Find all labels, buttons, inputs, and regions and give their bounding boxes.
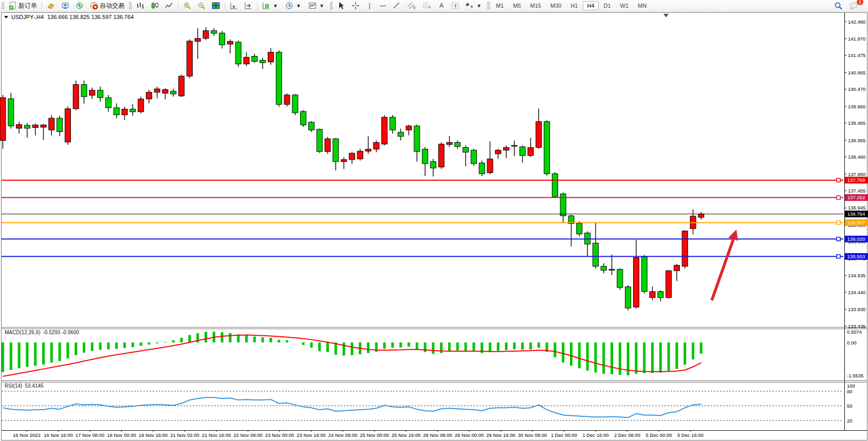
cursor-button[interactable] [335,1,348,11]
hline-handle[interactable] [837,255,840,258]
timeframe-h1-button[interactable]: H1 [566,1,582,10]
fibonacci-button[interactable]: F [420,1,434,11]
separator [178,2,178,10]
hline-handle[interactable] [837,237,840,241]
time-label[interactable]: 24 Nov 08:00 [328,432,358,438]
candlestick-chart-icon [151,2,159,10]
timeframe-h4-button[interactable]: H4 [583,1,598,10]
time-label[interactable]: 30 Nov 08:00 [518,432,547,438]
time-label[interactable]: 25 Nov 16:00 [392,432,421,438]
zoom-out-icon [197,2,206,10]
candle-body [252,56,257,62]
toolbar-grip[interactable] [129,2,132,10]
periods-clock-icon [285,2,293,10]
candle-body [593,243,598,266]
rsi-axis-label: 50 [847,403,853,409]
trendline-button[interactable] [390,1,403,11]
auto-trading-button[interactable]: 自动交易 [87,1,127,11]
time-label[interactable]: 16 Nov 2022 [13,432,41,438]
zoom-out-button[interactable] [195,1,208,11]
chart-shift-button[interactable] [242,1,255,11]
hline-handle[interactable] [837,221,840,224]
candle-body [292,95,298,113]
time-label[interactable]: 25 Nov 00:00 [360,432,389,438]
indicators-button[interactable]: ▾ [260,1,282,11]
timeframe-m5-button[interactable]: M5 [509,1,525,10]
periods-button[interactable]: ▾ [283,1,305,11]
candle-body [471,150,476,163]
time-label[interactable]: 5 Dec 16:00 [677,432,704,438]
new-order-icon [9,2,17,10]
timeframe-d1-button[interactable]: D1 [600,1,615,10]
timeframe-m30-button[interactable]: M30 [546,1,565,10]
candle-body [357,151,363,159]
candle-body [633,258,639,307]
time-label[interactable]: 29 Nov 16:00 [486,432,515,438]
text-label-button[interactable]: T [449,1,462,11]
time-label[interactable]: 21 Nov 16:00 [202,432,231,438]
vertical-line-button[interactable]: | [363,1,376,11]
toolbar-grip[interactable] [2,2,4,10]
text-label-icon: T [451,2,459,10]
candle-body [98,90,103,98]
separator [257,2,257,10]
signals-button[interactable] [73,1,86,11]
toolbar-grip[interactable] [487,2,490,10]
time-label[interactable]: 29 Nov 00:00 [455,432,484,438]
candle-body [73,85,79,109]
new-order-button[interactable]: 新订单 [6,1,40,11]
search-button[interactable] [832,1,845,11]
time-label[interactable]: 23 Nov 00:00 [265,432,294,438]
time-label[interactable]: 23 Nov 16:00 [297,432,326,438]
hline-handle[interactable] [837,196,840,199]
price-tick-label: 141.475 [848,52,865,58]
auto-scroll-button[interactable] [227,1,241,11]
crosshair-button[interactable] [349,1,362,11]
auto-trading-icon [90,2,98,10]
hline-handle[interactable] [837,178,840,182]
time-label[interactable]: 17 Nov 08:00 [76,432,105,438]
candle-body [617,270,623,287]
candle-body [16,125,22,128]
time-label[interactable]: 2 Dec 08:00 [614,432,640,438]
toolbar-grip[interactable] [330,2,333,10]
bar-chart-button[interactable] [134,1,147,11]
candle-body [187,41,192,76]
candle-body [81,85,87,97]
time-label[interactable]: 28 Nov 08:00 [423,432,452,438]
time-label[interactable]: 1 Dec 16:00 [582,432,608,438]
notifications-button[interactable]: 1 [846,1,861,11]
zoom-in-button[interactable] [180,1,194,11]
tile-windows-icon [212,2,220,10]
timeframe-mn-button[interactable]: MN [634,1,651,10]
candle-body [430,162,436,168]
time-label[interactable]: 16 Nov 16:00 [44,432,73,438]
time-label[interactable]: 18 Nov 00:00 [107,432,136,438]
chart-svg[interactable]: 142.480141.970141.475140.965140.470139.9… [0,12,868,441]
time-label[interactable]: 21 Nov 02:00 [170,432,199,438]
auto-scroll-icon [230,2,238,10]
horizontal-line-button[interactable]: — [377,1,389,11]
timeframe-m1-button[interactable]: M1 [492,1,508,10]
candle-body [455,142,460,146]
templates-button[interactable]: ▾ [306,1,328,11]
line-chart-button[interactable] [162,1,176,11]
candlestick-chart-button[interactable] [148,1,161,11]
time-label[interactable]: 18 Nov 16:00 [139,432,168,438]
channel-button[interactable]: E [404,1,419,11]
history-button[interactable] [44,1,58,11]
candle-body [171,91,176,94]
time-label[interactable]: 5 Dec 00:00 [645,432,672,438]
timeframe-m15-button[interactable]: M15 [526,1,545,10]
timeframe-w1-button[interactable]: W1 [616,1,633,10]
time-label[interactable]: 22 Nov 08:00 [233,432,263,438]
tile-windows-button[interactable] [209,1,223,11]
text-button[interactable]: A [435,1,448,11]
dropdown-icon: ▾ [295,2,302,9]
timeframe-row: M1M5M15M30H1H4D1W1MN [491,1,651,10]
arrows-button[interactable]: ▾ [463,1,485,11]
candle-body [0,98,6,140]
chart-window[interactable]: 142.480141.970141.475140.965140.470139.9… [0,12,868,441]
market-watch-button[interactable] [59,1,72,11]
time-label[interactable]: 1 Dec 00:00 [551,432,577,438]
